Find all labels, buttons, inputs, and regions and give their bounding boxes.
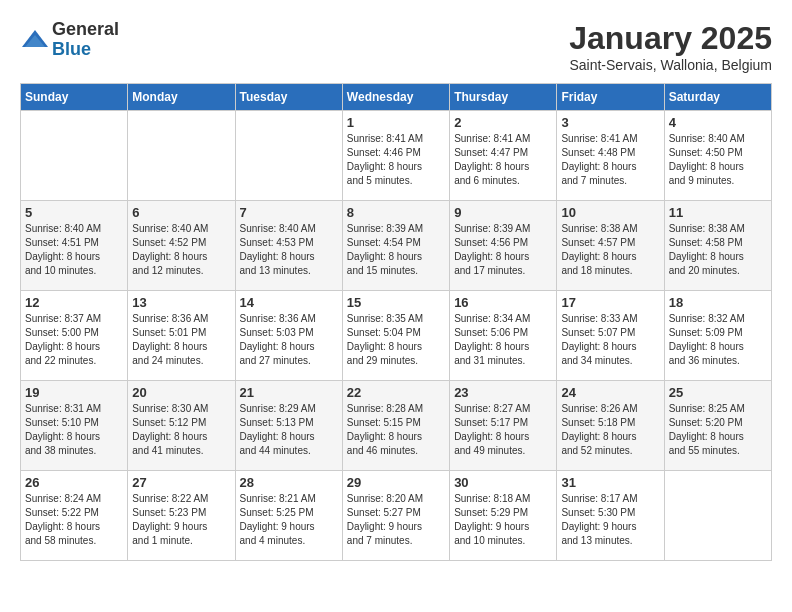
day-number: 16	[454, 295, 552, 310]
day-info: Sunrise: 8:20 AM Sunset: 5:27 PM Dayligh…	[347, 492, 445, 548]
calendar-cell: 4Sunrise: 8:40 AM Sunset: 4:50 PM Daylig…	[664, 111, 771, 201]
day-info: Sunrise: 8:39 AM Sunset: 4:54 PM Dayligh…	[347, 222, 445, 278]
day-number: 27	[132, 475, 230, 490]
header-monday: Monday	[128, 84, 235, 111]
day-number: 19	[25, 385, 123, 400]
calendar-cell	[235, 111, 342, 201]
day-info: Sunrise: 8:29 AM Sunset: 5:13 PM Dayligh…	[240, 402, 338, 458]
header-thursday: Thursday	[450, 84, 557, 111]
day-info: Sunrise: 8:39 AM Sunset: 4:56 PM Dayligh…	[454, 222, 552, 278]
calendar-cell: 9Sunrise: 8:39 AM Sunset: 4:56 PM Daylig…	[450, 201, 557, 291]
title-section: January 2025 Saint-Servais, Wallonia, Be…	[569, 20, 772, 73]
day-number: 14	[240, 295, 338, 310]
day-info: Sunrise: 8:31 AM Sunset: 5:10 PM Dayligh…	[25, 402, 123, 458]
calendar-cell: 28Sunrise: 8:21 AM Sunset: 5:25 PM Dayli…	[235, 471, 342, 561]
week-row-5: 26Sunrise: 8:24 AM Sunset: 5:22 PM Dayli…	[21, 471, 772, 561]
calendar-cell: 18Sunrise: 8:32 AM Sunset: 5:09 PM Dayli…	[664, 291, 771, 381]
calendar-cell: 12Sunrise: 8:37 AM Sunset: 5:00 PM Dayli…	[21, 291, 128, 381]
calendar-table: SundayMondayTuesdayWednesdayThursdayFrid…	[20, 83, 772, 561]
calendar-cell: 30Sunrise: 8:18 AM Sunset: 5:29 PM Dayli…	[450, 471, 557, 561]
day-number: 12	[25, 295, 123, 310]
calendar-cell: 3Sunrise: 8:41 AM Sunset: 4:48 PM Daylig…	[557, 111, 664, 201]
day-number: 7	[240, 205, 338, 220]
day-info: Sunrise: 8:36 AM Sunset: 5:01 PM Dayligh…	[132, 312, 230, 368]
week-row-1: 1Sunrise: 8:41 AM Sunset: 4:46 PM Daylig…	[21, 111, 772, 201]
day-info: Sunrise: 8:41 AM Sunset: 4:46 PM Dayligh…	[347, 132, 445, 188]
calendar-cell: 2Sunrise: 8:41 AM Sunset: 4:47 PM Daylig…	[450, 111, 557, 201]
calendar-cell: 20Sunrise: 8:30 AM Sunset: 5:12 PM Dayli…	[128, 381, 235, 471]
day-number: 24	[561, 385, 659, 400]
day-number: 15	[347, 295, 445, 310]
day-info: Sunrise: 8:32 AM Sunset: 5:09 PM Dayligh…	[669, 312, 767, 368]
week-row-2: 5Sunrise: 8:40 AM Sunset: 4:51 PM Daylig…	[21, 201, 772, 291]
header-saturday: Saturday	[664, 84, 771, 111]
day-info: Sunrise: 8:41 AM Sunset: 4:47 PM Dayligh…	[454, 132, 552, 188]
logo-general-text: General	[52, 20, 119, 40]
day-number: 5	[25, 205, 123, 220]
day-info: Sunrise: 8:40 AM Sunset: 4:52 PM Dayligh…	[132, 222, 230, 278]
day-number: 9	[454, 205, 552, 220]
calendar-cell: 23Sunrise: 8:27 AM Sunset: 5:17 PM Dayli…	[450, 381, 557, 471]
logo: General Blue	[20, 20, 119, 60]
calendar-cell: 14Sunrise: 8:36 AM Sunset: 5:03 PM Dayli…	[235, 291, 342, 381]
day-number: 31	[561, 475, 659, 490]
day-info: Sunrise: 8:33 AM Sunset: 5:07 PM Dayligh…	[561, 312, 659, 368]
day-info: Sunrise: 8:28 AM Sunset: 5:15 PM Dayligh…	[347, 402, 445, 458]
calendar-cell: 15Sunrise: 8:35 AM Sunset: 5:04 PM Dayli…	[342, 291, 449, 381]
day-info: Sunrise: 8:21 AM Sunset: 5:25 PM Dayligh…	[240, 492, 338, 548]
day-number: 28	[240, 475, 338, 490]
day-info: Sunrise: 8:40 AM Sunset: 4:53 PM Dayligh…	[240, 222, 338, 278]
calendar-cell: 21Sunrise: 8:29 AM Sunset: 5:13 PM Dayli…	[235, 381, 342, 471]
header-tuesday: Tuesday	[235, 84, 342, 111]
day-number: 1	[347, 115, 445, 130]
day-info: Sunrise: 8:25 AM Sunset: 5:20 PM Dayligh…	[669, 402, 767, 458]
header-sunday: Sunday	[21, 84, 128, 111]
day-info: Sunrise: 8:27 AM Sunset: 5:17 PM Dayligh…	[454, 402, 552, 458]
day-number: 25	[669, 385, 767, 400]
calendar-cell: 25Sunrise: 8:25 AM Sunset: 5:20 PM Dayli…	[664, 381, 771, 471]
calendar-cell: 24Sunrise: 8:26 AM Sunset: 5:18 PM Dayli…	[557, 381, 664, 471]
day-number: 29	[347, 475, 445, 490]
calendar-cell: 7Sunrise: 8:40 AM Sunset: 4:53 PM Daylig…	[235, 201, 342, 291]
calendar-header-row: SundayMondayTuesdayWednesdayThursdayFrid…	[21, 84, 772, 111]
calendar-cell: 29Sunrise: 8:20 AM Sunset: 5:27 PM Dayli…	[342, 471, 449, 561]
calendar-cell	[128, 111, 235, 201]
day-number: 18	[669, 295, 767, 310]
day-info: Sunrise: 8:36 AM Sunset: 5:03 PM Dayligh…	[240, 312, 338, 368]
calendar-cell: 17Sunrise: 8:33 AM Sunset: 5:07 PM Dayli…	[557, 291, 664, 381]
calendar-cell: 11Sunrise: 8:38 AM Sunset: 4:58 PM Dayli…	[664, 201, 771, 291]
calendar-subtitle: Saint-Servais, Wallonia, Belgium	[569, 57, 772, 73]
calendar-cell: 13Sunrise: 8:36 AM Sunset: 5:01 PM Dayli…	[128, 291, 235, 381]
calendar-cell: 22Sunrise: 8:28 AM Sunset: 5:15 PM Dayli…	[342, 381, 449, 471]
day-info: Sunrise: 8:40 AM Sunset: 4:51 PM Dayligh…	[25, 222, 123, 278]
day-info: Sunrise: 8:17 AM Sunset: 5:30 PM Dayligh…	[561, 492, 659, 548]
day-info: Sunrise: 8:37 AM Sunset: 5:00 PM Dayligh…	[25, 312, 123, 368]
day-info: Sunrise: 8:40 AM Sunset: 4:50 PM Dayligh…	[669, 132, 767, 188]
logo-blue-text: Blue	[52, 40, 119, 60]
week-row-4: 19Sunrise: 8:31 AM Sunset: 5:10 PM Dayli…	[21, 381, 772, 471]
day-number: 13	[132, 295, 230, 310]
calendar-cell: 19Sunrise: 8:31 AM Sunset: 5:10 PM Dayli…	[21, 381, 128, 471]
day-number: 21	[240, 385, 338, 400]
day-number: 17	[561, 295, 659, 310]
day-number: 20	[132, 385, 230, 400]
day-info: Sunrise: 8:26 AM Sunset: 5:18 PM Dayligh…	[561, 402, 659, 458]
day-number: 4	[669, 115, 767, 130]
calendar-cell: 6Sunrise: 8:40 AM Sunset: 4:52 PM Daylig…	[128, 201, 235, 291]
day-info: Sunrise: 8:18 AM Sunset: 5:29 PM Dayligh…	[454, 492, 552, 548]
day-number: 8	[347, 205, 445, 220]
header-friday: Friday	[557, 84, 664, 111]
day-number: 11	[669, 205, 767, 220]
day-number: 6	[132, 205, 230, 220]
day-info: Sunrise: 8:22 AM Sunset: 5:23 PM Dayligh…	[132, 492, 230, 548]
calendar-cell: 31Sunrise: 8:17 AM Sunset: 5:30 PM Dayli…	[557, 471, 664, 561]
day-info: Sunrise: 8:41 AM Sunset: 4:48 PM Dayligh…	[561, 132, 659, 188]
logo-text: General Blue	[52, 20, 119, 60]
header-wednesday: Wednesday	[342, 84, 449, 111]
day-info: Sunrise: 8:24 AM Sunset: 5:22 PM Dayligh…	[25, 492, 123, 548]
day-info: Sunrise: 8:38 AM Sunset: 4:58 PM Dayligh…	[669, 222, 767, 278]
day-number: 3	[561, 115, 659, 130]
day-number: 10	[561, 205, 659, 220]
day-info: Sunrise: 8:34 AM Sunset: 5:06 PM Dayligh…	[454, 312, 552, 368]
logo-icon	[20, 25, 50, 55]
